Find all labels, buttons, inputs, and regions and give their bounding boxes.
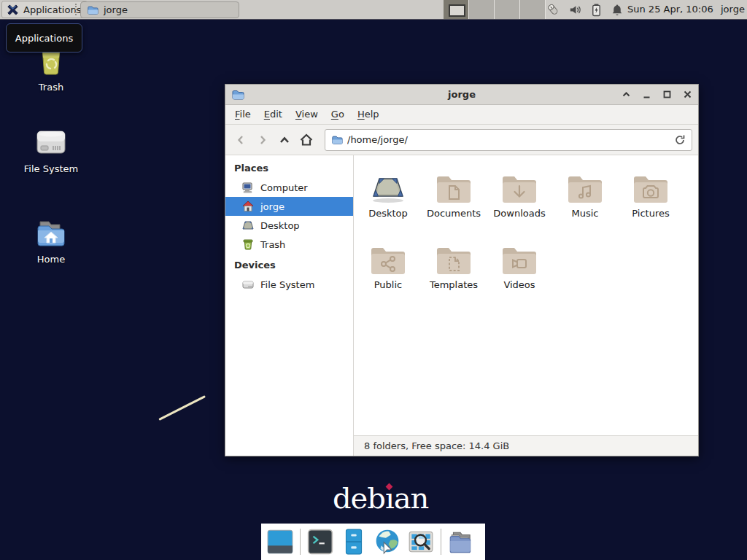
wallpaper-swirl-line bbox=[158, 395, 206, 421]
file-item-pictures[interactable]: Pictures bbox=[618, 167, 684, 219]
panel-user-label: jorge bbox=[721, 0, 745, 19]
applications-menu-icon bbox=[7, 4, 19, 16]
downloads-folder-icon bbox=[487, 167, 552, 205]
dock-separator bbox=[441, 529, 441, 555]
documents-folder-icon bbox=[421, 167, 487, 205]
workspace-2[interactable] bbox=[469, 0, 495, 19]
path-input[interactable] bbox=[347, 134, 670, 145]
menu-help[interactable]: Help bbox=[351, 105, 386, 124]
menubar: File Edit View Go Help bbox=[225, 105, 698, 125]
menu-view[interactable]: View bbox=[289, 105, 325, 124]
file-item-music[interactable]: Music bbox=[552, 167, 618, 219]
home-icon bbox=[241, 200, 255, 213]
file-item-videos[interactable]: Videos bbox=[487, 238, 552, 290]
close-button[interactable] bbox=[683, 90, 692, 99]
file-item-downloads[interactable]: Downloads bbox=[487, 167, 552, 219]
file-icon-view[interactable]: Desktop Documents bbox=[354, 155, 698, 435]
back-button[interactable] bbox=[231, 131, 250, 149]
web-browser-icon[interactable] bbox=[374, 528, 401, 556]
desktop-icon-label: File System bbox=[16, 163, 86, 174]
file-item-desktop[interactable]: Desktop bbox=[355, 167, 421, 219]
status-text: 8 folders, Free space: 14.4 GiB bbox=[364, 440, 509, 451]
reload-icon[interactable] bbox=[674, 134, 686, 146]
workspace-1[interactable] bbox=[444, 0, 469, 19]
taskbar-window-button[interactable]: jorge bbox=[80, 1, 239, 18]
pictures-folder-icon bbox=[618, 167, 684, 205]
debian-wallpaper-logo: debıan bbox=[333, 481, 428, 515]
places-sidebar: Places Computer jorge bbox=[225, 155, 354, 456]
desktop-icon-label: Trash bbox=[16, 82, 86, 93]
debian-logo-text: an bbox=[394, 481, 429, 515]
desktop-folder-icon bbox=[355, 167, 421, 205]
home-icon bbox=[299, 133, 314, 147]
volume-icon[interactable] bbox=[568, 3, 582, 17]
applications-menu-label: Applications bbox=[23, 4, 81, 15]
file-manager-window: jorge File Edit View Go Help bbox=[225, 84, 699, 456]
home-folder-icon bbox=[16, 213, 86, 249]
file-manager-icon[interactable] bbox=[340, 528, 368, 556]
dock-separator bbox=[300, 529, 301, 555]
back-icon bbox=[234, 133, 247, 147]
dock bbox=[261, 524, 485, 560]
minimize-button[interactable] bbox=[642, 90, 651, 99]
directory-menu-icon[interactable] bbox=[447, 528, 475, 556]
home-button[interactable] bbox=[297, 131, 316, 149]
desktop-icon-home[interactable]: Home bbox=[16, 213, 86, 265]
system-tray bbox=[546, 0, 624, 19]
notifications-bell-icon[interactable] bbox=[611, 3, 624, 17]
places-header: Places bbox=[225, 157, 353, 178]
sidebar-item-desktop[interactable]: Desktop bbox=[225, 216, 353, 235]
shade-button[interactable] bbox=[622, 90, 631, 99]
toolbar bbox=[225, 125, 698, 155]
path-folder-icon bbox=[331, 134, 343, 146]
forward-icon bbox=[256, 133, 269, 147]
workspace-pager bbox=[444, 0, 546, 19]
panel-clock[interactable]: Sun 25 Apr, 10:06 bbox=[627, 0, 713, 19]
show-desktop-icon[interactable] bbox=[266, 528, 294, 556]
menu-file[interactable]: File bbox=[228, 105, 258, 124]
file-item-templates[interactable]: Templates bbox=[421, 238, 487, 290]
drive-icon bbox=[241, 278, 255, 291]
public-folder-icon bbox=[355, 238, 421, 276]
battery-icon[interactable] bbox=[590, 3, 603, 17]
statusbar: 8 folders, Free space: 14.4 GiB bbox=[354, 435, 698, 456]
window-titlebar[interactable]: jorge bbox=[225, 85, 698, 105]
workspace-3[interactable] bbox=[495, 0, 520, 19]
sidebar-item-jorge[interactable]: jorge bbox=[225, 197, 353, 216]
desktop-icon-file-system[interactable]: File System bbox=[16, 122, 86, 174]
templates-folder-icon bbox=[421, 238, 487, 276]
menu-edit[interactable]: Edit bbox=[258, 105, 289, 124]
terminal-icon[interactable] bbox=[306, 528, 334, 556]
mouse-tray-icon[interactable] bbox=[546, 2, 560, 17]
forward-button[interactable] bbox=[253, 131, 272, 149]
app-finder-icon[interactable] bbox=[407, 528, 435, 556]
music-folder-icon bbox=[552, 167, 618, 205]
menu-go[interactable]: Go bbox=[325, 105, 351, 124]
sidebar-item-file-system[interactable]: File System bbox=[225, 275, 353, 294]
sidebar-item-computer[interactable]: Computer bbox=[225, 178, 353, 197]
sidebar-item-trash[interactable]: Trash bbox=[225, 235, 353, 254]
videos-folder-icon bbox=[487, 238, 552, 276]
maximize-button[interactable] bbox=[662, 90, 672, 99]
location-bar[interactable] bbox=[325, 129, 692, 151]
up-button[interactable] bbox=[275, 131, 294, 149]
task-folder-icon bbox=[87, 4, 98, 16]
up-icon bbox=[278, 133, 291, 147]
top-panel: Applications jorge bbox=[0, 0, 747, 20]
computer-icon bbox=[241, 181, 255, 194]
taskbar-window-label: jorge bbox=[104, 4, 128, 15]
desktop-icon bbox=[241, 219, 255, 232]
workspace-window-thumbnail bbox=[449, 4, 465, 17]
devices-header: Devices bbox=[225, 254, 353, 275]
hard-drive-icon bbox=[16, 122, 86, 159]
taskbar-handle[interactable] bbox=[75, 4, 79, 15]
file-item-documents[interactable]: Documents bbox=[421, 167, 487, 219]
file-item-public[interactable]: Public bbox=[355, 238, 421, 290]
trash-icon bbox=[241, 238, 255, 251]
desktop-icon-label: Home bbox=[16, 254, 86, 265]
workspace-4[interactable] bbox=[520, 0, 546, 19]
applications-tooltip: Applications bbox=[6, 23, 82, 52]
debian-logo-text: deb bbox=[333, 481, 385, 515]
